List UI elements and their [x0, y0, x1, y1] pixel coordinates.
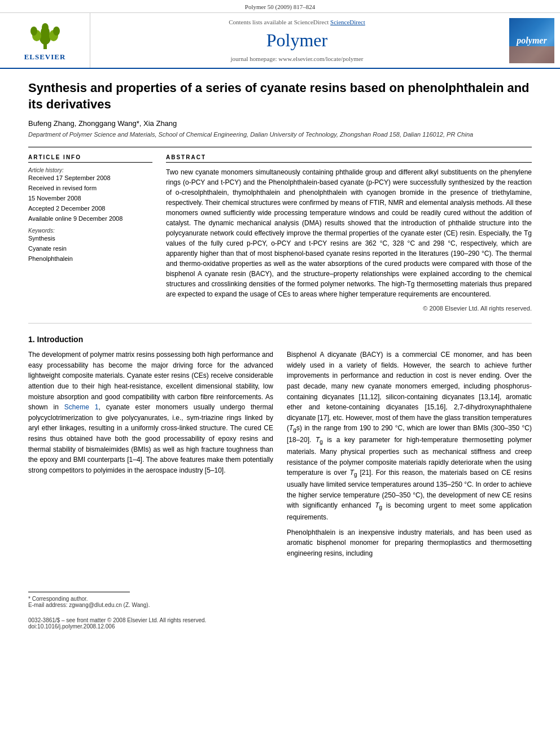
- revised-date: 15 November 2008: [28, 195, 152, 202]
- journal-citation: Polymer 50 (2009) 817–824: [245, 3, 315, 10]
- keyword-2: Cyanate resin: [28, 245, 152, 252]
- journal-title-area: Contents lists available at ScienceDirec…: [90, 13, 504, 68]
- keywords-label: Keywords:: [28, 228, 152, 234]
- abstract-heading: ABSTRACT: [166, 154, 532, 163]
- intro-para-1: The development of polymer matrix resins…: [28, 350, 273, 475]
- sciencedirect-line: Contents lists available at ScienceDirec…: [229, 19, 365, 25]
- article-info-col: ARTICLE INFO Article history: Received 1…: [28, 154, 152, 312]
- issn-line: 0032-3861/$ – see front matter © 2008 El…: [28, 617, 532, 623]
- intro-col-right: Bisphenol A dicyanate (BACY) is a commer…: [287, 350, 532, 563]
- keyword-3: Phenolphthalein: [28, 255, 152, 262]
- intro-para-2: Bisphenol A dicyanate (BACY) is a commer…: [287, 350, 532, 523]
- main-content: Synthesis and properties of a series of …: [0, 69, 560, 575]
- revised-label: Received in revised form: [28, 185, 152, 191]
- svg-point-7: [53, 27, 60, 36]
- introduction-body: The development of polymer matrix resins…: [28, 350, 532, 563]
- copyright-line: © 2008 Elsevier Ltd. All rights reserved…: [166, 305, 532, 312]
- keyword-1: Synthesis: [28, 235, 152, 242]
- journal-homepage: journal homepage: www.elsevier.com/locat…: [230, 55, 363, 62]
- footer-divider: [28, 592, 130, 592]
- keywords-section: Keywords: Synthesis Cyanate resin Phenol…: [28, 228, 152, 262]
- history-label: Article history:: [28, 167, 152, 173]
- section-divider: [28, 323, 532, 324]
- polymer-badge-area: polymer: [504, 13, 560, 68]
- article-title: Synthesis and properties of a series of …: [28, 80, 532, 112]
- elsevier-tree-icon: [25, 20, 65, 51]
- elsevier-logo: ELSEVIER: [24, 20, 66, 62]
- article-info-heading: ARTICLE INFO: [28, 154, 152, 163]
- abstract-text: Two new cyanate monomers simultaneously …: [166, 167, 532, 299]
- elsevier-logo-area: ELSEVIER: [0, 13, 90, 68]
- elsevier-label: ELSEVIER: [24, 53, 66, 62]
- svg-point-3: [42, 23, 49, 32]
- journal-name: Polymer: [266, 30, 327, 51]
- polymer-badge: polymer: [509, 18, 554, 63]
- svg-point-6: [30, 27, 37, 36]
- accepted-date: Accepted 2 December 2008: [28, 205, 152, 212]
- intro-col-left: The development of polymer matrix resins…: [28, 350, 273, 563]
- email-note: E-mail address: zgwang@dlut.edu.cn (Z. W…: [28, 602, 532, 608]
- journal-header: ELSEVIER Contents lists available at Sci…: [0, 13, 560, 69]
- received-date: Received 17 September 2008: [28, 174, 152, 181]
- abstract-col: ABSTRACT Two new cyanate monomers simult…: [166, 154, 532, 312]
- polymer-badge-text: polymer: [517, 36, 546, 46]
- article-affiliation: Department of Polymer Science and Materi…: [28, 131, 532, 138]
- article-authors: Bufeng Zhang, Zhonggang Wang*, Xia Zhang: [28, 119, 532, 128]
- available-date: Available online 9 December 2008: [28, 215, 152, 222]
- intro-para-3: Phenolphthalein is an inexpensive indust…: [287, 527, 532, 559]
- top-bar: Polymer 50 (2009) 817–824: [0, 0, 560, 13]
- introduction-title: 1. Introduction: [28, 335, 532, 344]
- doi-line: doi:10.1016/j.polymer.2008.12.006: [28, 623, 532, 630]
- footer: * Corresponding author. E-mail address: …: [0, 592, 560, 630]
- article-info-abstract: ARTICLE INFO Article history: Received 1…: [28, 147, 532, 312]
- corresponding-note: * Corresponding author.: [28, 596, 532, 602]
